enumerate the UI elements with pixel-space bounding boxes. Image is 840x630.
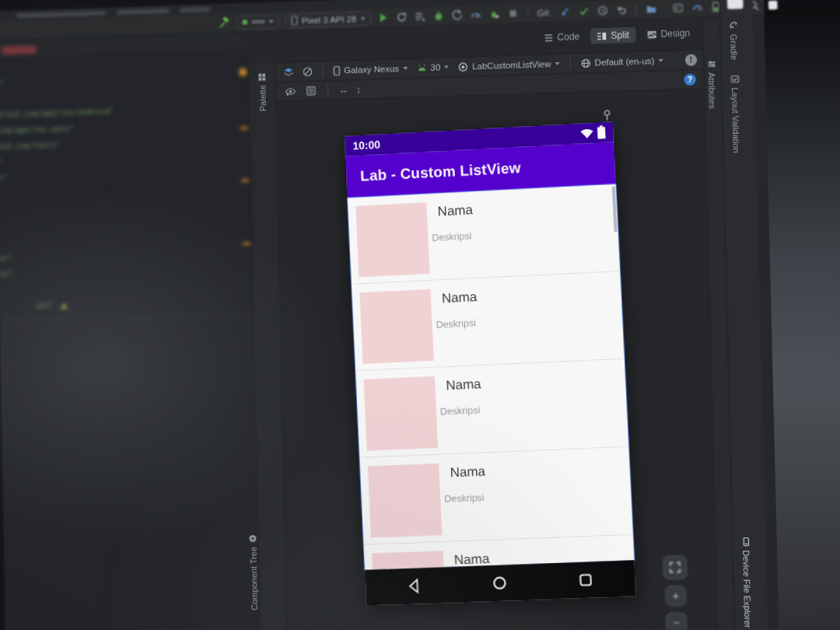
phone-icon <box>291 16 298 26</box>
zoom-out-button[interactable]: − <box>666 612 687 630</box>
list-item[interactable]: Nama Deskripsi <box>348 184 620 285</box>
item-image-placeholder <box>368 464 443 538</box>
inspection-status-square[interactable] <box>240 68 247 75</box>
item-description: Deskripsi <box>432 230 472 243</box>
toolbar-separator <box>527 7 528 19</box>
list-appearance-icon[interactable] <box>304 84 317 97</box>
status-bar-time: 10:00 <box>352 138 380 152</box>
tab-design[interactable]: Design <box>640 25 697 42</box>
history-clock-icon[interactable] <box>596 4 609 18</box>
chevron-down-icon <box>444 65 449 68</box>
tab-code[interactable]: Code <box>537 29 586 46</box>
preview-device-dropdown[interactable]: Galaxy Nexus <box>331 61 409 78</box>
device-selector-dropdown[interactable]: Pixel 3 API 28 <box>285 11 371 27</box>
scrollbar-warning-mark[interactable] <box>240 127 248 129</box>
nav-home-icon <box>491 574 509 592</box>
vertical-resize-icon[interactable]: ↕ <box>355 84 361 96</box>
apply-changes-icon[interactable] <box>394 10 408 23</box>
surface-zoom-controls: + − <box>663 555 688 630</box>
item-name: Nama <box>446 376 481 394</box>
xml-code-area[interactable]: s" droid.com/apk/res/android" com/apk/re… <box>0 68 241 299</box>
list-item[interactable]: Nama Deskripsi <box>352 271 625 371</box>
list-item[interactable]: Nama Deskripsi <box>355 359 628 458</box>
tool-stripe-white-icon[interactable] <box>727 0 744 9</box>
horizontal-resize-icon[interactable]: ↔ <box>338 84 348 96</box>
zoom-to-fit-button[interactable] <box>663 555 687 579</box>
item-name: Nama <box>450 464 485 481</box>
preview-listview[interactable]: Nama Deskripsi Nama Deskripsi Nama Deskr… <box>348 184 635 570</box>
git-update-icon[interactable] <box>558 5 571 19</box>
run-config-label-blur <box>251 19 265 24</box>
palette-stripe-button[interactable]: Palette <box>257 72 268 111</box>
toolbar-separator <box>635 3 636 16</box>
chevron-down-icon <box>555 62 559 65</box>
app-bar-title: Lab - Custom ListView <box>360 159 521 185</box>
gradle-stripe-button[interactable]: Gradle <box>729 22 739 61</box>
gradle-icon <box>729 22 737 30</box>
locale-dropdown[interactable]: Default (en-us) <box>579 54 664 70</box>
terminal-icon[interactable] <box>670 2 684 16</box>
toolbar-separator <box>323 65 324 77</box>
api-version-dropdown[interactable]: 30 <box>415 60 451 75</box>
rollback-icon[interactable] <box>614 3 628 17</box>
device-manager-icon[interactable] <box>690 1 704 15</box>
item-name: Nama <box>437 202 473 219</box>
battery-icon <box>597 127 606 139</box>
code-editor-pane[interactable]: s" droid.com/apk/res/android" com/apk/re… <box>0 33 261 630</box>
phone-icon <box>333 65 340 75</box>
layout-validation-icon <box>730 75 739 83</box>
editor-mode-tabs: Code Split Design <box>537 25 696 45</box>
scrollbar-warning-mark[interactable] <box>242 180 250 182</box>
menu-text-blur <box>16 11 107 18</box>
run-coverage-icon[interactable] <box>413 9 426 23</box>
android-icon <box>417 64 427 72</box>
tab-split[interactable]: Split <box>590 27 635 44</box>
theme-icon <box>458 61 468 72</box>
nav-recents-icon <box>576 571 594 589</box>
editor-tab-error-filename[interactable] <box>2 45 36 54</box>
wifi-icon <box>580 128 594 139</box>
list-item[interactable]: Nama Deskripsi <box>359 447 633 545</box>
component-tree-stripe-button[interactable]: Component Tree <box>248 534 259 611</box>
tool-window-white-square-icon[interactable] <box>765 0 779 12</box>
device-file-explorer-icon <box>741 537 751 546</box>
chevron-down-icon <box>403 67 408 70</box>
git-commit-icon[interactable] <box>577 5 590 19</box>
theme-dropdown[interactable]: LabCustomListView <box>457 57 562 74</box>
run-config-status-dot <box>242 19 247 25</box>
split-mode-icon <box>597 30 607 40</box>
status-bar-icons <box>580 127 606 140</box>
chevron-down-icon <box>360 17 365 20</box>
layout-validation-stripe-button[interactable]: Layout Validation <box>730 75 741 153</box>
build-hammer-icon[interactable] <box>218 16 231 30</box>
chevron-down-icon <box>269 19 274 23</box>
help-button[interactable]: ? <box>684 74 696 86</box>
menu-text-blur <box>117 9 170 14</box>
attach-profiler-icon[interactable] <box>450 9 464 22</box>
attributes-stripe-button[interactable]: Attributes <box>706 60 717 109</box>
run-button[interactable] <box>376 11 390 24</box>
device-preview[interactable]: 10:00 Lab - Custom ListView Nama Deskrip… <box>345 122 636 606</box>
design-surface[interactable]: 10:00 Lab - Custom ListView Nama Deskrip… <box>278 89 719 630</box>
editor-fold-divider <box>1 315 254 321</box>
design-surface-selector-icon[interactable] <box>282 65 296 79</box>
run-configuration-dropdown[interactable] <box>236 14 279 30</box>
profiler-gauge-icon[interactable] <box>469 8 482 21</box>
view-options-eye-icon[interactable] <box>284 85 297 98</box>
layout-design-pane: Code Split Design Palette Component Tree <box>250 19 718 630</box>
item-description: Deskripsi <box>436 317 476 330</box>
chevron-down-icon <box>658 59 663 62</box>
no-color-mode-icon[interactable] <box>301 65 314 78</box>
git-label: Git: <box>537 8 551 18</box>
stop-button[interactable] <box>506 7 520 21</box>
debug-bug-icon[interactable] <box>432 9 445 23</box>
scrollbar-warning-mark[interactable] <box>243 243 250 245</box>
render-errors-indicator[interactable]: ! <box>685 54 698 66</box>
zoom-in-button[interactable]: + <box>665 586 686 607</box>
android-studio-window: Pixel 3 API 28 Git: <box>0 0 779 630</box>
item-image-placeholder <box>359 289 433 364</box>
project-folder-icon[interactable] <box>644 2 658 16</box>
attach-debugger-icon[interactable] <box>488 7 501 20</box>
item-image-placeholder <box>364 376 439 451</box>
item-image-placeholder <box>355 202 429 277</box>
